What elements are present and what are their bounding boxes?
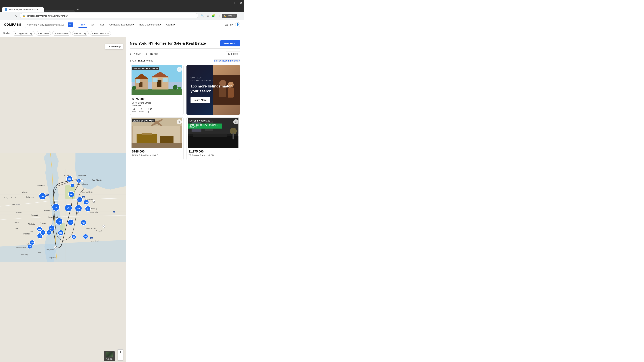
svg-text:278: 278 xyxy=(42,232,44,234)
agents-chevron-icon: ▾ xyxy=(174,24,175,25)
max-price-input[interactable]: No Max xyxy=(149,52,160,56)
menu-button[interactable]: ⋮ xyxy=(238,13,242,18)
favorite-button[interactable]: ☆ xyxy=(177,119,182,124)
active-tab[interactable]: New York, NY Homes for Sale ✕ xyxy=(2,7,44,12)
max-price-dollar: $ xyxy=(146,52,148,55)
svg-text:Sandy Hook: Sandy Hook xyxy=(46,249,54,251)
listings-grid: COMPASS COMING SOON ☆ $875,000 86-45 232… xyxy=(130,65,240,160)
search-page-button[interactable]: 🔍 xyxy=(200,13,205,18)
plus-icon: + xyxy=(38,32,40,35)
search-input[interactable] xyxy=(40,23,64,26)
svg-text:678: 678 xyxy=(90,238,92,239)
svg-text:Paramus: Paramus xyxy=(38,185,45,187)
bookmark-button[interactable]: ☆ xyxy=(206,13,210,18)
price-filter: $ No Min - $ No Max xyxy=(130,52,160,56)
results-text: 1-41 of 16,515 Homes xyxy=(130,59,153,62)
similar-tag-long-island-city[interactable]: + Long Island City xyxy=(12,31,34,35)
tab-close-button[interactable]: ✕ xyxy=(39,8,41,11)
listing-sqft: 1,268 Sq. Ft. xyxy=(146,108,152,113)
reload-button[interactable]: ↻ xyxy=(14,13,18,18)
satellite-toggle[interactable]: Satellite xyxy=(104,351,115,361)
svg-text:East Hanover: East Hanover xyxy=(12,203,20,205)
close-button[interactable]: ✕ xyxy=(238,0,244,5)
similar-tag-union-city[interactable]: + Union City xyxy=(72,31,88,35)
map-svg: 24 106 25A 1 27 9 36 280 440 xyxy=(0,37,126,362)
baths-value: 2 xyxy=(140,108,142,111)
minimize-button[interactable]: — xyxy=(226,0,232,5)
sqft-value: 1,268 xyxy=(146,108,152,111)
similar-tag-hoboken[interactable]: + Hoboken xyxy=(36,31,51,35)
similar-tag-west-new-york[interactable]: + West New York xyxy=(90,31,111,35)
extensions-button[interactable]: 🧩 xyxy=(211,13,216,18)
svg-text:495: 495 xyxy=(82,197,84,198)
maximize-button[interactable]: □ xyxy=(232,0,238,5)
browser-chrome: New York, NY Homes for Sale ✕ + xyxy=(0,6,244,12)
save-search-button[interactable]: Save Search xyxy=(220,40,240,46)
min-price-input[interactable]: No Min xyxy=(132,52,142,56)
user-account-button[interactable]: 👤 xyxy=(235,22,240,27)
favorite-button[interactable]: ☆ xyxy=(177,67,182,72)
listing-info: $1,975,000 77 Bleeker Street, Unit 3B xyxy=(186,148,240,160)
favorite-button[interactable]: ☆ xyxy=(233,119,238,124)
nav-rent[interactable]: Rent xyxy=(88,22,97,28)
nav-buy[interactable]: Buy xyxy=(78,22,87,28)
svg-text:135: 135 xyxy=(113,212,115,213)
listing-card-private-exclusives[interactable]: COMPASS PRIVATE EXCLUSIVES 166 more list… xyxy=(186,65,240,115)
listings-title: New York, NY Homes for Sale & Real Estat… xyxy=(130,41,206,45)
profile-button[interactable]: ⊡ xyxy=(217,13,221,18)
main-nav: Buy Rent Sell Compass Exclusives ▾ New D… xyxy=(78,22,177,28)
goto-button[interactable]: Go To ▾ xyxy=(223,22,235,27)
listing-price: $748,000 xyxy=(132,150,182,153)
filters-button[interactable]: ⊞ Filters xyxy=(226,51,240,56)
search-location-text: New York xyxy=(27,23,37,26)
private-card-subtitle: PRIVATE EXCLUSIVES xyxy=(190,79,236,81)
back-button[interactable]: ← xyxy=(2,13,7,18)
svg-rect-158 xyxy=(193,134,227,137)
listing-card-coming-soon[interactable]: COMPASS COMING SOON ☆ $875,000 86-45 232… xyxy=(130,65,184,115)
zoom-in-button[interactable]: + xyxy=(118,350,123,355)
user-icon: 👤 xyxy=(236,23,239,26)
inactive-tab[interactable] xyxy=(44,10,75,12)
svg-text:Parsippany-Troy Hills: Parsippany-Troy Hills xyxy=(4,197,16,199)
window-controls: — □ ✕ xyxy=(226,0,244,5)
svg-text:Wayne: Wayne xyxy=(22,191,28,193)
similar-tag-weehawken[interactable]: + Weehawken xyxy=(52,31,71,35)
svg-text:27: 27 xyxy=(103,226,104,227)
nav-agents[interactable]: Agents ▾ xyxy=(164,22,177,28)
learn-more-button[interactable]: Learn More xyxy=(190,97,210,103)
svg-text:Livingston: Livingston xyxy=(15,212,22,213)
svg-text:New Brunswick: New Brunswick xyxy=(16,247,26,248)
address-bar[interactable]: 🔒 compass.com/homes-for-sale/new-york-ny… xyxy=(20,13,198,18)
search-bar[interactable]: New York ✕ 🔍 xyxy=(25,22,75,28)
listing-card-1975k[interactable]: LISTED BY COMPASS OPEN: 3/30 03:00PM - 0… xyxy=(186,117,240,160)
search-submit-button[interactable]: 🔍 xyxy=(68,22,73,27)
listing-card-748k[interactable]: LISTED BY COMPASS ☆ $748,000 265 St John… xyxy=(130,117,184,160)
sort-button[interactable]: Sort by Recommended ▾ xyxy=(214,59,240,62)
svg-text:Linden: Linden xyxy=(29,231,33,232)
listing-details: 4 Beds 2 Baths 1,268 Sq. Ft. xyxy=(132,108,182,113)
map-container[interactable]: 24 106 25A 1 27 9 36 280 440 xyxy=(0,37,126,362)
search-location-clear[interactable]: ✕ xyxy=(38,24,39,26)
search-icon: 🔍 xyxy=(69,23,72,26)
nav-compass-exclusives[interactable]: Compass Exclusives ▾ xyxy=(107,22,136,28)
svg-text:Paterson: Paterson xyxy=(26,196,34,198)
svg-rect-160 xyxy=(232,133,234,139)
svg-text:Elizabeth: Elizabeth xyxy=(28,223,34,225)
listing-badge-listed: LISTED BY COMPASS xyxy=(132,119,155,122)
nav-sell[interactable]: Sell xyxy=(98,22,106,28)
tab-title: New York, NY Homes for Sale xyxy=(9,8,38,11)
zoom-out-button[interactable]: − xyxy=(118,355,123,361)
compass-logo[interactable]: COMPASS xyxy=(4,23,22,26)
nav-new-development[interactable]: New Development ▾ xyxy=(137,22,163,28)
incognito-badge: 🕵 Incognito xyxy=(222,14,237,17)
draw-on-map-button[interactable]: Draw on Map xyxy=(105,44,123,49)
new-tab-button[interactable]: + xyxy=(75,7,80,12)
forward-button[interactable]: → xyxy=(8,13,13,18)
svg-text:532: 532 xyxy=(70,194,73,195)
private-card-logo: COMPASS xyxy=(190,77,236,79)
sort-chevron-icon: ▾ xyxy=(239,60,240,62)
svg-text:Hazlet: Hazlet xyxy=(37,251,42,253)
svg-text:505: 505 xyxy=(68,178,71,180)
filter-icon: ⊞ xyxy=(228,52,230,55)
svg-rect-151 xyxy=(180,126,182,143)
